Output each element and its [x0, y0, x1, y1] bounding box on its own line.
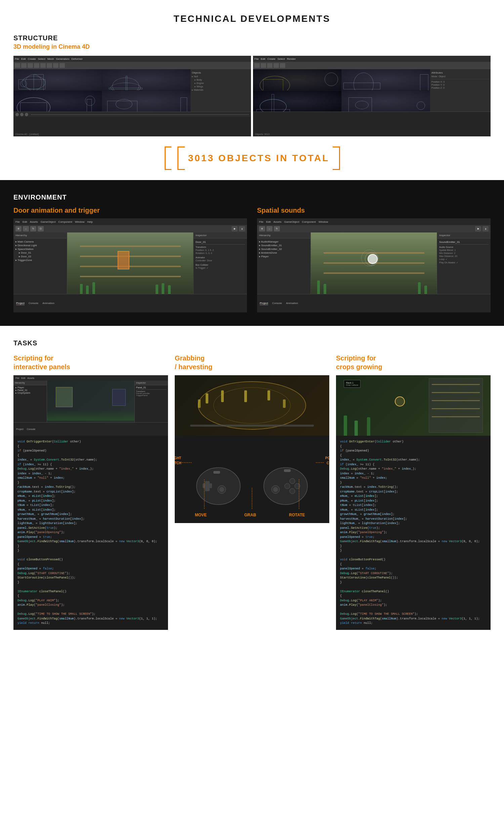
- c4d-main-area-1: Objects ▸ Null ▸ Body ▸ Engine ▸ Wings ▸…: [13, 69, 251, 112]
- environment-label: ENVIRONMENT: [13, 193, 491, 201]
- structure-label: STRUCTURE: [13, 34, 491, 42]
- unity-screenshot-door: File Edit Assets GameObject Component Wi…: [13, 218, 247, 312]
- svg-rect-3: [203, 483, 212, 488]
- tasks-label: TASKS: [13, 339, 491, 347]
- objects-count: 3013 OBJECTS IN TOTAL: [188, 153, 330, 164]
- svg-point-9: [295, 483, 300, 489]
- svg-point-13: [273, 487, 278, 492]
- controller-svg: MOVE ROTATE GRAB DAY / NIGHT SWITCH: [175, 436, 329, 523]
- svg-point-10: [290, 488, 295, 494]
- c4d-viewport-right-1: [102, 69, 191, 90]
- env-col-sounds-title: Spatial sounds: [257, 207, 491, 214]
- c4d-menubar-2: File Edit Create Select Render: [253, 56, 491, 62]
- svg-text:GRAB: GRAB: [244, 513, 256, 517]
- env-col-door-title: Door animation and trigger: [13, 207, 247, 214]
- task-col-grabbing: Grabbing / harvesting: [175, 354, 329, 630]
- page-title: TECHNICAL DEVELOPMENTS: [0, 13, 504, 24]
- environment-columns: Door animation and trigger File Edit Ass…: [13, 207, 491, 312]
- c4d-menubar-1: File Edit Create Select Mesh Generators …: [13, 56, 251, 62]
- svg-rect-14: [284, 469, 291, 472]
- structure-section: STRUCTURE 3D modeling in Cinema 4D File …: [0, 34, 504, 136]
- unity-scene-view-sounds: [311, 232, 437, 294]
- svg-text:MOVE: MOVE: [195, 513, 207, 517]
- c4d-screenshot-1: File Edit Create Select Mesh Generators …: [13, 56, 251, 136]
- page-title-section: TECHNICAL DEVELOPMENTS: [0, 0, 504, 34]
- svg-text:SWITCH: SWITCH: [175, 461, 181, 465]
- svg-text:POINTER: POINTER: [325, 456, 329, 460]
- svg-text:DAY / NIGHT: DAY / NIGHT: [175, 456, 181, 460]
- task-crops-code: void OnTriggerEnter(Collider other) { if…: [336, 436, 491, 630]
- c4d-viewport-top-1: [13, 69, 102, 90]
- task-grabbing-title: Grabbing / harvesting: [175, 354, 329, 371]
- env-col-sounds: Spatial sounds File Edit Assets GameObje…: [257, 207, 491, 312]
- svg-point-5: [219, 487, 224, 492]
- controller-diagram: MOVE ROTATE GRAB DAY / NIGHT SWITCH: [175, 436, 329, 523]
- svg-text:ROTATE: ROTATE: [289, 513, 305, 517]
- svg-point-11: [285, 483, 290, 489]
- objects-counter-section: 3013 OBJECTS IN TOTAL: [0, 136, 504, 180]
- c4d-viewport-front-1: [102, 91, 191, 112]
- env-col-door: Door animation and trigger File Edit Ass…: [13, 207, 247, 312]
- objects-counter-inner: 3013 OBJECTS IN TOTAL: [165, 146, 340, 170]
- tasks-columns: Scripting for interactive panels File Ed…: [13, 354, 491, 630]
- c4d-screenshot-2: File Edit Create Select Render: [253, 56, 491, 136]
- task-col-crops: Scripting for crops growing: [336, 354, 491, 630]
- task-scripting-title: Scripting for interactive panels: [13, 354, 168, 371]
- svg-text:CLICK: CLICK: [327, 461, 329, 465]
- task-crops-title: Scripting for crops growing: [336, 354, 491, 371]
- cinema4d-grid: File Edit Create Select Mesh Generators …: [13, 56, 491, 136]
- task-scripting-screenshot: File Edit Assets Hierarchy ▸ Player ▸ Pa…: [13, 375, 168, 436]
- unity-scene-view-door: [67, 232, 193, 294]
- task-crops-screenshot: Rack 1 Crop: Lettuce: [336, 375, 491, 436]
- environment-section: ENVIRONMENT Door animation and trigger F…: [0, 180, 504, 326]
- task-grabbing-screenshot: [175, 375, 329, 436]
- c4d-toolbar-1: [13, 62, 251, 69]
- svg-point-8: [290, 478, 295, 484]
- unity-screenshot-sounds: File Edit Assets GameObject Component Wi…: [257, 218, 491, 312]
- c4d-viewport-perspective-1: [13, 91, 102, 112]
- tasks-section: TASKS Scripting for interactive panels F…: [0, 326, 504, 630]
- structure-subtitle: 3D modeling in Cinema 4D: [13, 43, 491, 50]
- task-col-scripting: Scripting for interactive panels File Ed…: [13, 354, 168, 630]
- svg-rect-6: [213, 471, 220, 474]
- task-scripting-code: void OnTriggerEnter(Collider other) { if…: [13, 436, 168, 630]
